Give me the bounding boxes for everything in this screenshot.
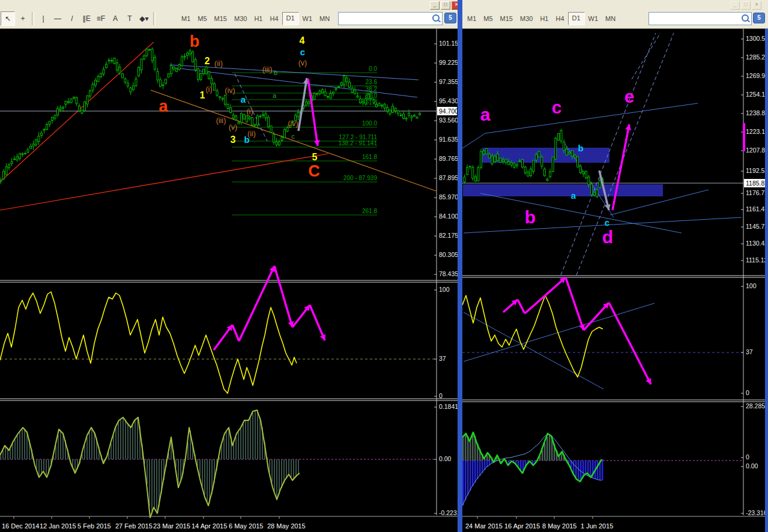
timeframe-m1[interactable]: M1	[464, 13, 480, 25]
search-input[interactable]	[339, 13, 431, 24]
timeframe-mn[interactable]: MN	[316, 13, 333, 25]
rsi-zigzag-arrow	[609, 303, 651, 384]
wave-label: b	[190, 32, 200, 50]
candle-body	[491, 156, 493, 164]
restore-button[interactable]: □	[741, 1, 751, 10]
toolbar-right: M1M5M15M30H1H4D1W1MN 5	[462, 10, 768, 29]
wave-label: 3	[231, 135, 236, 145]
fibo-channel-tool[interactable]: ∥E	[80, 12, 93, 25]
candle-body	[486, 148, 488, 154]
candle-body	[46, 124, 48, 129]
indicator-label: 100	[746, 282, 757, 289]
workspace-edge	[765, 29, 768, 532]
minimize-button[interactable]: _	[430, 1, 440, 10]
candle-body	[549, 172, 551, 177]
candle-body	[497, 154, 498, 161]
candle-body	[144, 56, 145, 59]
macd-histogram-bar	[60, 431, 61, 459]
mdi-workspace: _ □ ✕ ↖+|—/∥E≡FAT◆▾ M1M5M15M30H1H4D1W1MN…	[0, 0, 768, 532]
candle-body	[599, 181, 600, 188]
osma-bar-down	[573, 461, 575, 473]
timeframe-h4[interactable]: H4	[552, 13, 567, 25]
horizontal-line-tool[interactable]: —	[51, 12, 64, 25]
macd-histogram-bar	[243, 424, 244, 459]
candle-body	[168, 74, 169, 77]
candle-body	[286, 127, 288, 131]
candle-body	[530, 169, 531, 175]
pointer-tool[interactable]: ↖	[1, 11, 15, 26]
vertical-line-tool[interactable]: |	[37, 12, 50, 25]
candle-body	[200, 73, 202, 79]
candle-body	[5, 167, 7, 175]
wave-label: 5	[312, 152, 318, 162]
candle-body	[370, 93, 372, 99]
notification-badge[interactable]: 5	[444, 13, 456, 23]
timeframe-h1[interactable]: H1	[536, 13, 552, 25]
candles	[0, 47, 421, 184]
timeframe-h4[interactable]: H4	[266, 13, 282, 25]
timeframe-m30[interactable]: M30	[231, 13, 250, 25]
macd-histogram-bar	[84, 445, 85, 459]
timeframe-w1[interactable]: W1	[585, 13, 602, 25]
candle-body	[195, 59, 196, 70]
search-input[interactable]	[649, 13, 740, 24]
timeframe-d1[interactable]: D1	[282, 12, 299, 25]
macd-histogram-bar	[46, 459, 47, 476]
candle-body	[262, 115, 264, 115]
text-label-tool[interactable]: T	[123, 12, 136, 25]
macd-histogram-bar	[89, 432, 90, 459]
macd-histogram-bar	[10, 449, 11, 459]
crosshair-tool[interactable]: +	[16, 12, 29, 25]
macd-histogram-bar	[295, 459, 297, 477]
date-label: 16 Dec 2014	[2, 522, 39, 530]
notification-badge[interactable]: 5	[753, 13, 765, 23]
wave-label: (v)	[229, 123, 238, 131]
candle-body	[25, 153, 26, 154]
price-label: 80.305	[439, 251, 458, 258]
timeframe-d1[interactable]: D1	[568, 12, 585, 25]
macd-histogram-bar	[125, 420, 126, 459]
arrows-tool[interactable]: ◆▾	[138, 12, 151, 25]
minimize-button[interactable]: _	[730, 1, 740, 10]
fibo-retracement-tool[interactable]: ≡F	[94, 12, 107, 25]
candle-body	[32, 144, 34, 146]
timeframe-m5[interactable]: M5	[480, 13, 496, 25]
candle-body	[516, 164, 518, 166]
timeframe-m5[interactable]: M5	[194, 13, 210, 25]
timeframe-mn[interactable]: MN	[602, 13, 619, 25]
candle-body	[92, 84, 94, 90]
macd-histogram-bar	[238, 432, 239, 459]
close-button[interactable]: ✕	[752, 1, 761, 10]
macd-histogram-bar	[132, 425, 133, 459]
timeframe-m15[interactable]: M15	[497, 13, 516, 25]
timeframe-w1[interactable]: W1	[299, 13, 316, 25]
candle-body	[54, 115, 56, 118]
timeframe-h1[interactable]: H1	[250, 13, 266, 25]
trendline-tool[interactable]: /	[65, 12, 79, 25]
search-icon[interactable]	[742, 14, 749, 22]
search-icon[interactable]	[432, 14, 440, 22]
text-tool[interactable]: A	[109, 12, 122, 25]
timeframe-m30[interactable]: M30	[516, 13, 536, 25]
window-divider[interactable]	[458, 0, 462, 532]
macd-histogram-bar	[130, 426, 131, 459]
candle-body	[259, 116, 261, 116]
candle-body	[279, 142, 280, 145]
chart-left[interactable]: 0.023.638.250.061.8100.0127.2 - 91.71113…	[0, 29, 458, 532]
macd-histogram-bar	[156, 459, 157, 512]
chart-right[interactable]: acebdbac1300.521285.221269.921254.171238…	[462, 29, 768, 532]
restore-button[interactable]: □	[441, 1, 450, 10]
candle-body	[3, 171, 5, 178]
price-label: 87.895	[439, 174, 458, 181]
candle-body	[281, 138, 283, 141]
timeframe-m1[interactable]: M1	[178, 13, 194, 25]
macd-histogram-bar	[279, 459, 280, 495]
timeframe-m15[interactable]: M15	[211, 13, 231, 25]
indicator-label: 0.00	[439, 455, 452, 462]
trendline-blue	[485, 103, 698, 133]
price-label: 99.225	[439, 59, 458, 66]
candle-body	[89, 91, 91, 96]
candle-body	[268, 118, 270, 127]
osma-bar-down	[590, 461, 591, 477]
macd-histogram-bar	[207, 459, 208, 501]
